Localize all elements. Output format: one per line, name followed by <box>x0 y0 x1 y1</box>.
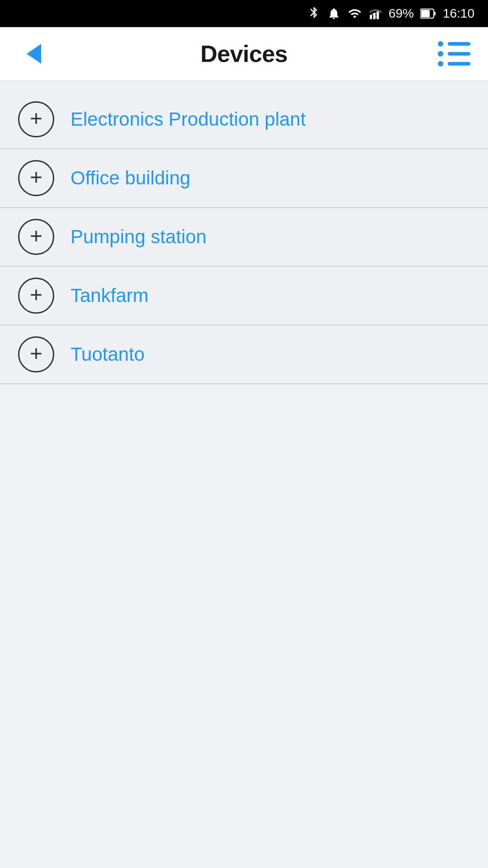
menu-icon-row-3 <box>438 61 470 66</box>
plus-symbol: + <box>30 343 42 364</box>
device-list: + Electronics Production plant + Office … <box>0 90 488 384</box>
expand-icon: + <box>18 219 54 255</box>
status-time: 16:10 <box>443 6 474 21</box>
device-name: Electronics Production plant <box>70 108 306 130</box>
menu-line-1 <box>448 42 470 46</box>
svg-rect-5 <box>434 12 436 15</box>
menu-icon-row-1 <box>438 41 470 47</box>
menu-icon-row-2 <box>438 51 470 57</box>
main-content: + Electronics Production plant + Office … <box>0 81 488 384</box>
svg-rect-0 <box>370 15 372 19</box>
expand-icon: + <box>18 336 54 373</box>
device-list-item[interactable]: + Tankfarm <box>0 267 488 326</box>
status-icons: 69% 16:10 <box>307 6 474 21</box>
nav-bar: Devices <box>0 27 488 81</box>
menu-dot-1 <box>438 41 443 47</box>
device-name: Office building <box>70 167 190 189</box>
signal-icon <box>369 7 382 20</box>
device-name: Tankfarm <box>70 285 149 307</box>
svg-rect-4 <box>421 10 430 17</box>
svg-rect-2 <box>376 11 379 19</box>
device-list-item[interactable]: + Pumping station <box>0 208 488 267</box>
menu-line-2 <box>448 52 470 56</box>
wifi-icon <box>347 7 362 20</box>
device-list-item[interactable]: + Tuotanto <box>0 326 488 384</box>
list-menu-icon <box>438 41 470 66</box>
battery-icon <box>420 8 436 19</box>
device-list-item[interactable]: + Electronics Production plant <box>0 90 488 149</box>
menu-dot-3 <box>438 61 443 66</box>
back-chevron-icon <box>27 44 41 64</box>
battery-percentage: 69% <box>389 6 414 21</box>
device-name: Tuotanto <box>70 344 145 365</box>
svg-rect-1 <box>373 13 375 19</box>
menu-line-3 <box>448 62 470 66</box>
plus-symbol: + <box>30 225 42 247</box>
device-list-item[interactable]: + Office building <box>0 149 488 208</box>
menu-dot-2 <box>438 51 443 57</box>
plus-symbol: + <box>30 284 42 306</box>
alarm-icon <box>327 6 341 21</box>
status-bar: 69% 16:10 <box>0 0 488 27</box>
expand-icon: + <box>18 101 54 137</box>
bluetooth-icon <box>307 6 321 21</box>
device-name: Pumping station <box>70 226 206 248</box>
expand-icon: + <box>18 160 54 196</box>
page-title: Devices <box>200 40 287 67</box>
expand-icon: + <box>18 278 54 314</box>
back-button[interactable] <box>18 38 50 70</box>
plus-symbol: + <box>30 108 42 129</box>
menu-button[interactable] <box>438 38 470 70</box>
plus-symbol: + <box>30 166 42 188</box>
